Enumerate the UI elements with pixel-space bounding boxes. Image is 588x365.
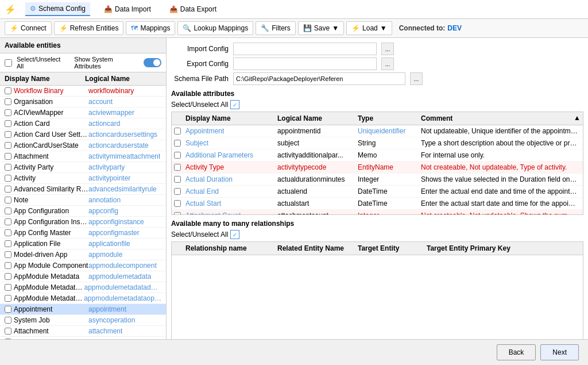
filters-button[interactable]: 🔧 Filters [256, 21, 296, 35]
next-button[interactable]: Next [540, 344, 579, 360]
main-container: Available entities Select/Unselect All S… [0, 38, 588, 357]
attr-comment: Not createable, Not updateable, Shows th… [419, 211, 581, 214]
entity-row[interactable]: Action Card User Settingsactioncardusers… [0, 129, 166, 140]
entity-row[interactable]: ACIViewMapperaciviewmapper [0, 107, 166, 118]
back-button[interactable]: Back [497, 344, 536, 360]
attr-row[interactable]: Actual StartactualstartDateTimeEnter the… [172, 198, 583, 210]
entity-row[interactable]: Action Cardactioncard [0, 118, 166, 129]
tab-data-export[interactable]: 📤 Data Export [165, 3, 221, 16]
attr-checkbox[interactable] [174, 128, 181, 135]
attr-comment: Enter the actual start date and time for… [419, 199, 581, 208]
attr-checkbox[interactable] [174, 164, 181, 171]
attr-checkbox[interactable] [174, 200, 181, 207]
entity-row[interactable]: App Module Componentappmodulecomponent [0, 260, 166, 271]
entity-row[interactable]: Organisationaccount [0, 97, 166, 107]
schema-path-browse-button[interactable]: ... [410, 72, 423, 85]
entity-logical-name: aciviewmapper [88, 109, 134, 117]
entity-checkbox[interactable] [5, 98, 11, 105]
connect-button[interactable]: ⚡ Connect [5, 21, 52, 35]
entity-row[interactable]: Activityactivitypointer [0, 173, 166, 184]
lookup-mappings-button[interactable]: 🔍 Lookup Mappings [177, 21, 253, 35]
attr-checkbox[interactable] [174, 176, 181, 183]
attr-scroll-up[interactable]: ▲ [574, 114, 581, 123]
attributes-section-title: Available attributes [171, 90, 583, 98]
tab-data-import[interactable]: 📥 Data Import [99, 3, 156, 16]
export-icon: 📤 [169, 5, 178, 13]
attr-checkbox[interactable] [174, 212, 181, 214]
entity-checkbox[interactable] [5, 197, 11, 203]
entity-checkbox[interactable] [5, 273, 11, 280]
entity-checkbox[interactable] [5, 306, 11, 313]
attr-col-comment: Comment [419, 114, 574, 123]
entity-checkbox[interactable] [5, 87, 11, 94]
entity-row[interactable]: Attachmentattachment [0, 326, 166, 337]
entity-row[interactable]: App Config Masterappconfigmaster [0, 228, 166, 239]
entity-checkbox[interactable] [5, 328, 11, 335]
attr-logical-name: actualdurationminutes [275, 175, 355, 184]
entity-checkbox[interactable] [5, 186, 11, 193]
entity-display-name: Appointment [14, 305, 88, 313]
entity-row[interactable]: Workflow Binaryworkflowbinary [0, 86, 166, 97]
attr-row[interactable]: SubjectsubjectStringType a short descrip… [172, 137, 583, 149]
attr-checkbox[interactable] [174, 140, 181, 147]
entity-checkbox[interactable] [5, 131, 11, 138]
import-config-input[interactable] [233, 43, 377, 55]
mappings-button[interactable]: 🗺 Mappings [126, 21, 175, 35]
entity-checkbox[interactable] [5, 142, 11, 149]
entity-row[interactable]: Application Fileapplicationfile [0, 239, 166, 249]
entity-checkbox[interactable] [5, 262, 11, 269]
entity-checkbox[interactable] [5, 240, 11, 247]
export-config-input[interactable] [233, 57, 377, 70]
attr-select-all-check[interactable]: ✓ [230, 100, 239, 109]
entity-logical-name: appmodulecomponent [88, 262, 157, 270]
import-config-row: Import Config ... [171, 43, 583, 55]
attr-row[interactable]: Activity TypeactivitytypecodeEntityNameN… [172, 162, 583, 174]
entity-checkbox[interactable] [5, 120, 11, 127]
refresh-button[interactable]: ⚡ Refresh Entities [54, 21, 124, 35]
entity-row[interactable]: ActionCardUserStateactioncarduserstate [0, 140, 166, 151]
export-config-browse-button[interactable]: ... [381, 57, 394, 70]
entity-checkbox[interactable] [5, 175, 11, 182]
attr-row[interactable]: Actual EndactualendDateTimeEnter the act… [172, 186, 583, 198]
entity-row[interactable]: Noteannotation [0, 195, 166, 206]
entity-checkbox[interactable] [5, 109, 11, 116]
entity-logical-name: attachment [88, 327, 122, 335]
entity-row[interactable]: System Jobasyncoperation [0, 315, 166, 326]
entity-checkbox[interactable] [5, 164, 11, 171]
entity-checkbox[interactable] [5, 229, 11, 236]
entity-checkbox[interactable] [5, 295, 11, 302]
entity-row[interactable]: App Configuration Insta...appconfiginsta… [0, 217, 166, 228]
attr-row[interactable]: AppointmentappointmentidUniqueidentifier… [172, 125, 583, 137]
entity-checkbox[interactable] [5, 317, 11, 324]
import-config-browse-button[interactable]: ... [381, 43, 394, 55]
attr-checkbox[interactable] [174, 152, 181, 159]
attr-checkbox[interactable] [174, 188, 181, 195]
entity-row[interactable]: AppModule Metadataappmodulemetadata [0, 271, 166, 282]
attr-row[interactable]: Actual DurationactualdurationminutesInte… [172, 174, 583, 186]
tab-schema-config[interactable]: ⚙ Schema Config [25, 2, 90, 16]
save-button[interactable]: 💾 Save ▼ [298, 21, 344, 35]
m2m-select-all-check[interactable]: ✓ [230, 230, 239, 239]
entity-row[interactable]: App Configurationappconfig [0, 206, 166, 217]
m2m-table-body [172, 255, 583, 352]
entity-row[interactable]: Activity Partyactivityparty [0, 162, 166, 173]
entity-row[interactable]: Attachmentactivitymimeattachment [0, 151, 166, 162]
entity-checkbox[interactable] [5, 208, 11, 214]
refresh-icon: ⚡ [59, 24, 68, 32]
select-all-checkbox[interactable] [5, 59, 12, 67]
entity-checkbox[interactable] [5, 284, 11, 291]
entity-row[interactable]: Appointmentappointment [0, 304, 166, 315]
entity-checkbox[interactable] [5, 218, 11, 225]
schema-path-input[interactable] [233, 72, 405, 85]
entity-row[interactable]: Advanced Similarity Ruleadvancedsimilari… [0, 184, 166, 195]
attr-row[interactable]: Additional Parametersactivityadditionalp… [172, 149, 583, 162]
entity-row[interactable]: Model-driven Appappmodule [0, 249, 166, 260]
entity-row[interactable]: AppModule Metadata D...appmodulemetadata… [0, 282, 166, 293]
entity-checkbox[interactable] [5, 251, 11, 258]
attr-logical-name: activityadditionalpar... [275, 151, 355, 160]
entity-checkbox[interactable] [5, 153, 11, 160]
show-system-toggle[interactable] [144, 58, 161, 67]
attr-row[interactable]: Attachment CountattachmentcountIntegerNo… [172, 210, 583, 214]
load-button[interactable]: ⚡ Load ▼ [346, 21, 392, 35]
entity-row[interactable]: AppModule Metadata As...appmodulemetadat… [0, 293, 166, 304]
